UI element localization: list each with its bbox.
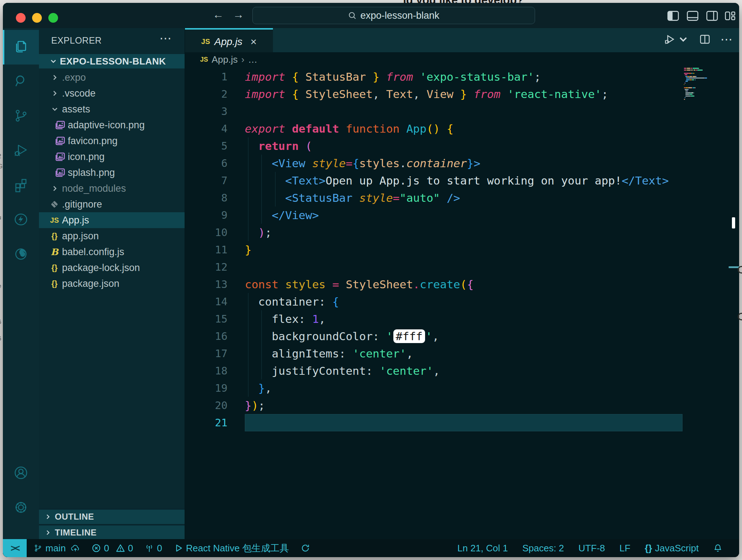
code-line-20[interactable]: 20}); [185, 397, 739, 414]
tree-item-node-modules[interactable]: node_modules [39, 181, 185, 196]
activity-edge-tools[interactable] [3, 237, 39, 272]
background-edge-fragment: e [0, 283, 3, 290]
forward-arrow-button[interactable]: → [233, 8, 244, 21]
code-line-8[interactable]: 8 <StatusBar style="auto" /> [185, 189, 739, 206]
split-editor-icon[interactable] [699, 33, 711, 45]
chevron-down-icon [49, 57, 58, 66]
activity-search[interactable] [3, 65, 39, 99]
json-icon: {} [49, 262, 60, 273]
status-ports[interactable]: 0 [145, 543, 162, 554]
outline-section[interactable]: OUTLINE [39, 509, 185, 524]
line-number: 16 [185, 328, 228, 345]
js-icon: JS [200, 56, 208, 63]
status-cursor-position[interactable]: Ln 21, Col 1 [457, 543, 508, 554]
zoom-window-button[interactable] [48, 13, 58, 23]
line-number: 9 [185, 206, 228, 224]
tab-strip: JS App.js × ⋯ [185, 28, 739, 52]
editor-toolbar: ⋯ [663, 33, 733, 45]
line-number: 5 [185, 137, 228, 155]
code-line-7[interactable]: 7 <Text>Open up App.js to start working … [185, 172, 739, 189]
tree-item--expo[interactable]: .expo [39, 70, 185, 85]
activity-source-control[interactable] [3, 99, 39, 134]
code-line-5[interactable]: 5 return ( [185, 137, 739, 155]
status-language-mode[interactable]: {}JavaScript [645, 543, 699, 554]
activity-settings[interactable] [3, 491, 39, 525]
js-icon: JS [201, 37, 210, 46]
tree-item-app-json[interactable]: {}app.json [39, 228, 185, 244]
code-line-12[interactable]: 12 [185, 258, 739, 276]
code-line-18[interactable]: 18 justifyContent: 'center', [185, 362, 739, 379]
timeline-section[interactable]: TIMELINE [39, 525, 185, 540]
warning-icon [116, 543, 125, 553]
activity-accounts[interactable] [3, 456, 39, 491]
tree-item-splash-png[interactable]: splash.png [39, 165, 185, 181]
tree-item-assets[interactable]: assets [39, 101, 185, 117]
breadcrumb-more[interactable]: … [248, 54, 257, 65]
tree-item-package-lock-json[interactable]: {}package-lock.json [39, 260, 185, 276]
explorer-actions-icon[interactable]: ⋯ [159, 31, 172, 45]
line-number: 6 [185, 155, 228, 172]
tree-item-package-json[interactable]: {}package.json [39, 276, 185, 292]
status-indentation[interactable]: Spaces: 2 [522, 543, 564, 554]
command-center-search[interactable]: expo-lesson-blank [252, 7, 535, 24]
minimize-window-button[interactable] [32, 13, 42, 23]
chevron-down-icon [677, 33, 689, 45]
close-tab-icon[interactable]: × [250, 36, 257, 48]
customize-layout-icon[interactable] [724, 11, 736, 21]
image-icon [55, 167, 66, 178]
run-debug-button[interactable] [663, 33, 689, 45]
activity-thunder-client[interactable] [3, 203, 39, 237]
status-notifications[interactable] [713, 543, 723, 553]
breadcrumb-file[interactable]: App.js [212, 54, 238, 65]
back-arrow-button[interactable]: ← [213, 8, 224, 21]
code-line-4[interactable]: 4export default function App() { [185, 120, 739, 137]
code-line-6[interactable]: 6 <View style={styles.container}> [185, 155, 739, 172]
status-sync[interactable] [301, 543, 310, 553]
vscode-window: ← → expo-lesson-blank EXPLORER ⋯ EXPO-LE… [3, 3, 739, 557]
line-number: 11 [185, 241, 228, 258]
code-line-10[interactable]: 10 ); [185, 224, 739, 241]
tree-item--vscode[interactable]: .vscode [39, 85, 185, 101]
toggle-sidebar-icon[interactable] [667, 11, 679, 21]
line-number: 19 [185, 379, 228, 397]
code-line-1[interactable]: 1import { StatusBar } from 'expo-status-… [185, 68, 739, 85]
toggle-panel-icon[interactable] [686, 11, 699, 21]
timeline-label: TIMELINE [55, 528, 97, 538]
tree-item-babel-config-js[interactable]: Bbabel.config.js [39, 244, 185, 260]
code-line-19[interactable]: 19 }, [185, 379, 739, 397]
close-window-button[interactable] [16, 13, 26, 23]
status-problems[interactable]: 00 [92, 543, 133, 554]
git-branch-icon [33, 543, 43, 553]
activity-explorer[interactable] [3, 30, 39, 65]
status-eol[interactable]: LF [619, 543, 630, 554]
project-root-row[interactable]: EXPO-LESSON-BLANK [39, 54, 185, 68]
tree-item-favicon-png[interactable]: favicon.png [39, 133, 185, 149]
code-line-14[interactable]: 14 container: { [185, 293, 739, 310]
status-react-native-packager[interactable]: React Native 包生成工具 [174, 542, 289, 555]
code-editor[interactable]: 1import { StatusBar } from 'expo-status-… [185, 67, 739, 539]
more-actions-icon[interactable]: ⋯ [720, 33, 733, 45]
tree-item--gitignore[interactable]: .gitignore [39, 196, 185, 212]
remote-indicator[interactable]: >< [3, 539, 27, 557]
code-line-16[interactable]: 16 backgroundColor: '#fff', [185, 328, 739, 345]
code-line-9[interactable]: 9 </View> [185, 206, 739, 224]
code-line-21[interactable]: 21 [185, 414, 739, 431]
toggle-secondary-sidebar-icon[interactable] [706, 11, 718, 21]
code-line-17[interactable]: 17 alignItems: 'center', [185, 345, 739, 362]
activity-run-debug[interactable] [3, 134, 39, 168]
code-line-13[interactable]: 13const styles = StyleSheet.create({ [185, 276, 739, 293]
tree-item-app-js[interactable]: JSApp.js [39, 212, 185, 228]
status-branch[interactable]: main [33, 543, 80, 554]
code-line-2[interactable]: 2import { StyleSheet, Text, View } from … [185, 85, 739, 103]
status-encoding[interactable]: UTF-8 [578, 543, 605, 554]
tree-item-adaptive-icon-png[interactable]: adaptive-icon.png [39, 117, 185, 133]
code-line-11[interactable]: 11} [185, 241, 739, 258]
code-line-15[interactable]: 15 flex: 1, [185, 310, 739, 328]
image-icon [55, 120, 66, 130]
project-name: EXPO-LESSON-BLANK [60, 56, 166, 67]
tree-item-icon-png[interactable]: icon.png [39, 149, 185, 165]
chevron-right-icon [50, 89, 59, 98]
code-line-3[interactable]: 3 [185, 103, 739, 120]
tab-appjs[interactable]: JS App.js × [185, 28, 273, 54]
activity-extensions[interactable] [3, 168, 39, 203]
